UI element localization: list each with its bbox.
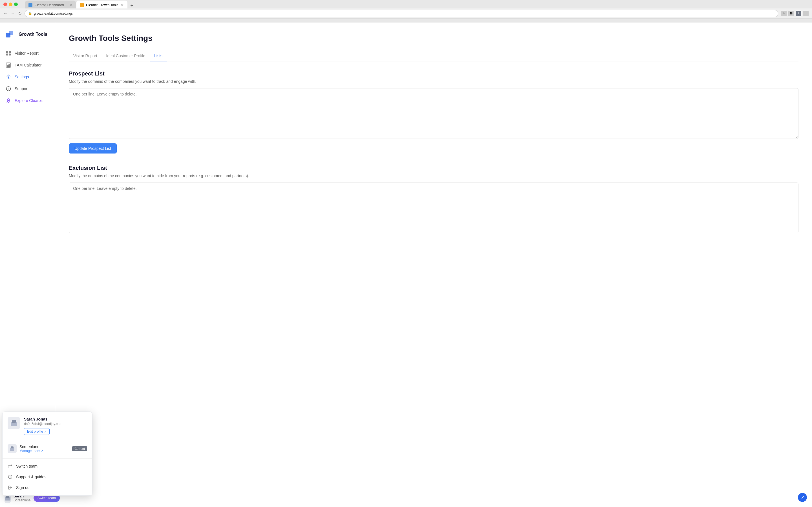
sidebar-item-label-support: Support xyxy=(15,87,29,91)
address-text: grow.clearbit.com/settings xyxy=(34,11,73,15)
svg-rect-1 xyxy=(9,31,13,35)
svg-rect-2 xyxy=(6,51,8,53)
dropdown-header: Sarah Jonas da0d5ab4@moodjoy.com Edit pr… xyxy=(3,412,92,439)
svg-text:?: ? xyxy=(8,88,9,91)
team-avatar xyxy=(8,444,17,453)
dropdown-item-support-guides[interactable]: ? Support & guides xyxy=(3,471,92,482)
grid-icon xyxy=(6,50,11,56)
svg-rect-15 xyxy=(12,420,16,423)
extension-icons: ☆ ⊞ I ⋮ xyxy=(781,11,809,16)
team-name: Screenlane xyxy=(19,445,43,449)
reload-button[interactable]: ↻ xyxy=(18,11,22,16)
tab-icp[interactable]: Ideal Customer Profile xyxy=(102,51,150,61)
sidebar-item-label-settings: Settings xyxy=(15,75,29,79)
sidebar-item-visitor-report[interactable]: Visitor Report xyxy=(0,47,55,59)
user-info: Sarah Jonas da0d5ab4@moodjoy.com Edit pr… xyxy=(24,417,87,435)
dropdown-item-sign-out[interactable]: Sign out xyxy=(3,482,92,493)
forward-button[interactable]: → xyxy=(11,11,15,16)
user-name: Sarah Jonas xyxy=(24,417,87,421)
svg-rect-8 xyxy=(8,64,9,67)
prospect-list-textarea[interactable] xyxy=(69,88,799,139)
svg-point-10 xyxy=(8,76,9,78)
gear-icon xyxy=(6,74,11,80)
sidebar-item-label-tam-calculator: TAM Calculator xyxy=(15,63,42,67)
prospect-list-title: Prospect List xyxy=(69,70,799,77)
edit-profile-button[interactable]: Edit profile ↗ xyxy=(24,428,50,435)
sidebar-item-support[interactable]: ? Support xyxy=(0,83,55,95)
user-dropdown: Sarah Jonas da0d5ab4@moodjoy.com Edit pr… xyxy=(2,411,93,496)
team-info: Screenlane Manage team ↗ xyxy=(8,444,43,453)
svg-rect-7 xyxy=(7,65,8,67)
main-content: Growth Tools Settings Visitor Report Ide… xyxy=(55,22,812,507)
tab-close-dashboard[interactable]: ✕ xyxy=(69,3,72,7)
chart-icon xyxy=(6,62,11,68)
tab-label-dashboard: Clearbit Dashboard xyxy=(35,3,64,7)
rocket-icon xyxy=(6,98,11,103)
dropdown-menu-section: Switch team ? Support & guides xyxy=(3,459,92,496)
back-button[interactable]: ← xyxy=(3,11,8,16)
user-email: da0d5ab4@moodjoy.com xyxy=(24,422,87,426)
svg-rect-17 xyxy=(11,446,13,448)
bottom-user-company: Screenlane xyxy=(13,498,31,502)
sidebar-item-label-explore: Explore Clearbit xyxy=(15,98,43,103)
address-bar[interactable]: 🔒 grow.clearbit.com/settings xyxy=(24,10,778,17)
checkmark-badge: ✓ xyxy=(798,493,807,502)
prospect-list-desc: Modify the domains of the companies you … xyxy=(69,79,799,83)
tab-close-growth-tools[interactable]: ✕ xyxy=(121,3,124,7)
titlebar: Clearbit Dashboard ✕ Clearbit Growth Too… xyxy=(0,0,812,8)
svg-rect-4 xyxy=(6,54,8,55)
svg-text:?: ? xyxy=(10,476,11,478)
svg-rect-3 xyxy=(9,51,11,53)
team-row: Screenlane Manage team ↗ Current xyxy=(3,441,92,456)
tabs-bar: Clearbit Dashboard ✕ Clearbit Growth Too… xyxy=(22,0,139,10)
sidebar-item-label-visitor-report: Visitor Report xyxy=(15,51,39,55)
sidebar-item-settings[interactable]: Settings xyxy=(0,71,55,83)
sidebar: Growth Tools Visitor Report xyxy=(0,22,55,507)
switch-team-icon xyxy=(8,464,13,469)
bookmark-icon[interactable]: ☆ xyxy=(781,11,786,16)
sidebar-logo: Growth Tools xyxy=(0,29,55,47)
tab-visitor-report[interactable]: Visitor Report xyxy=(69,51,102,61)
browser-chrome: Clearbit Dashboard ✕ Clearbit Growth Too… xyxy=(0,0,812,22)
exclusion-list-textarea[interactable] xyxy=(69,182,799,233)
exclusion-list-title: Exclusion List xyxy=(69,165,799,171)
update-prospect-list-button[interactable]: Update Prospect List xyxy=(69,144,117,154)
address-bar-row: ← → ↻ 🔒 grow.clearbit.com/settings ☆ ⊞ I… xyxy=(0,8,812,18)
profile-icon[interactable]: I xyxy=(796,11,801,16)
lock-icon: 🔒 xyxy=(28,11,32,15)
team-name-group: Screenlane Manage team ↗ xyxy=(19,445,43,453)
svg-rect-5 xyxy=(9,54,11,55)
prospect-list-section: Prospect List Modify the domains of the … xyxy=(69,70,799,154)
exclusion-list-section: Exclusion List Modify the domains of the… xyxy=(69,165,799,234)
signout-icon xyxy=(8,485,13,490)
user-avatar xyxy=(8,417,20,429)
minimize-window-button[interactable] xyxy=(9,3,12,6)
sidebar-item-explore[interactable]: Explore Clearbit xyxy=(0,95,55,107)
tab-favicon-growth-tools xyxy=(80,3,84,7)
logo-text: Growth Tools xyxy=(18,32,47,37)
maximize-window-button[interactable] xyxy=(14,3,18,6)
dropdown-item-switch-team[interactable]: Switch team xyxy=(3,461,92,471)
extensions-icon[interactable]: ⊞ xyxy=(788,11,794,16)
svg-rect-9 xyxy=(9,64,10,67)
tab-lists[interactable]: Lists xyxy=(150,51,167,61)
tab-label-growth-tools: Clearbit Growth Tools xyxy=(86,3,118,7)
app-container: Growth Tools Visitor Report xyxy=(0,22,812,507)
manage-team-link[interactable]: Manage team ↗ xyxy=(19,449,43,453)
dropdown-team-section: Screenlane Manage team ↗ Current xyxy=(3,439,92,459)
tab-favicon-dashboard xyxy=(29,3,33,7)
page-title: Growth Tools Settings xyxy=(69,34,799,43)
logo-icon xyxy=(6,29,16,40)
sidebar-item-tam-calculator[interactable]: TAM Calculator xyxy=(0,59,55,71)
exclusion-list-desc: Modify the domains of the companies you … xyxy=(69,173,799,178)
current-badge: Current xyxy=(72,446,87,451)
close-window-button[interactable] xyxy=(3,3,7,6)
svg-point-13 xyxy=(8,100,9,101)
external-link-icon: ↗ xyxy=(44,430,47,433)
help-icon: ? xyxy=(8,474,13,480)
traffic-lights xyxy=(3,3,18,6)
menu-button[interactable]: ⋮ xyxy=(803,11,809,16)
manage-external-icon: ↗ xyxy=(41,450,43,453)
circle-help-icon: ? xyxy=(6,86,11,92)
settings-tabs: Visitor Report Ideal Customer Profile Li… xyxy=(69,51,799,61)
